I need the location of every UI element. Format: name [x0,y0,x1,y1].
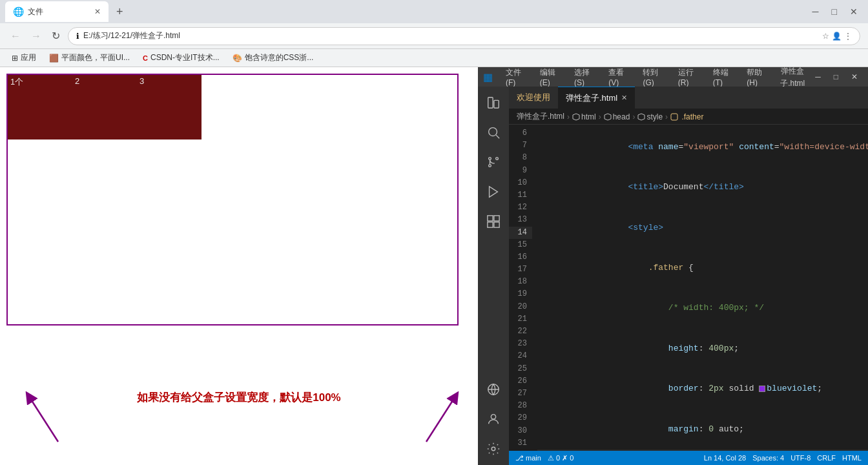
file-tab-active[interactable]: 弹性盒子.html ✕ [558,87,635,108]
debug-icon[interactable] [482,181,504,203]
vscode-editor: 欢迎使用 弹性盒子.html ✕ 弹性盒子.html › html › [509,87,868,465]
tab-close-button[interactable]: ✕ [94,7,101,16]
line-num-15: 15 [509,239,532,251]
breadcrumb-father[interactable]: .father [670,112,703,121]
menu-goto[interactable]: 转到(G) [637,67,671,88]
status-lang[interactable]: HTML [842,454,862,462]
svg-rect-11 [494,222,499,227]
vscode-body: 欢迎使用 弹性盒子.html ✕ 弹性盒子.html › html › [478,87,868,465]
user-profile-button[interactable]: 👤 [832,32,842,41]
welcome-tab[interactable]: 欢迎使用 [509,87,558,108]
vscode-logo-icon: ▦ [483,71,493,83]
line-num-19: 19 [509,288,532,300]
line-num-13: 13 [509,214,532,226]
address-bar: ← → ↻ ℹ E:/练习/12-21/弹性盒子.html ☆ 👤 ⋮ [0,23,868,49]
vscode-menu-bar: 文件(F) 编辑(E) 选择(S) 查看(V) 转到(G) 运行(R) 终端(T… [501,67,775,88]
code-line-14: display: flex; [537,450,868,451]
status-eol[interactable]: CRLF [817,454,836,462]
menu-help[interactable]: 帮助(H) [741,67,775,88]
bookmark-csdn[interactable]: C CSDN-专业IT技术... [139,51,223,65]
search-icon[interactable] [482,121,504,143]
settings-icon[interactable] [482,438,504,460]
browser-chrome: 🌐 文件 ✕ + ─ □ ✕ ← → ↻ ℹ E:/练习/12-21/弹性盒子.… [0,0,868,67]
left-arrow-svg [19,384,71,448]
window-controls: ─ □ ✕ [807,5,863,18]
line-num-8: 8 [509,152,532,164]
code-line-13: margin: 0 auto; [537,409,868,450]
right-arrow-svg [413,384,465,448]
breadcrumb-file[interactable]: 弹性盒子.html [517,111,564,122]
svg-point-13 [491,415,495,419]
code-editor-area[interactable]: 6 7 8 9 10 11 12 13 14 15 16 17 18 19 [509,125,868,451]
svg-point-5 [489,158,491,160]
maximize-button[interactable]: □ [827,5,842,18]
vscode-maximize-button[interactable]: □ [829,71,843,83]
browser-tab-active[interactable]: 🌐 文件 ✕ [5,1,108,22]
url-input-bar[interactable]: ℹ E:/练习/12-21/弹性盒子.html ☆ 👤 ⋮ [68,27,860,45]
line-num-27: 27 [509,388,532,400]
line-num-21: 21 [509,313,532,326]
breadcrumb-html[interactable]: html [572,112,596,121]
breadcrumb-style[interactable]: style [637,112,663,121]
new-tab-button[interactable]: + [111,3,129,21]
close-window-button[interactable]: ✕ [845,5,863,18]
menu-terminal[interactable]: 终端(T) [708,67,741,88]
status-ln-col[interactable]: Ln 14, Col 28 [704,454,746,462]
vscode-titlebar: ▦ 文件(F) 编辑(E) 选择(S) 查看(V) 转到(G) 运行(R) 终端… [478,67,868,87]
code-line-11: height: 400px; [537,329,868,369]
son-label-3: 3 [140,76,144,86]
main-layout: 1个 2 3 [0,67,868,465]
back-button[interactable]: ← [8,29,23,43]
menu-select[interactable]: 选择(S) [569,67,602,88]
line-num-11: 11 [509,189,532,202]
explorer-icon[interactable] [482,92,504,114]
vscode-title-center: 弹性盒子.html [780,67,805,89]
line-num-30: 30 [509,425,532,437]
svg-point-14 [491,447,495,451]
vscode-minimize-button[interactable]: ─ [810,71,826,83]
bookmark-apps[interactable]: ⊞ 应用 [8,51,40,65]
url-display: E:/练习/12-21/弹性盒子.html [83,30,818,41]
extensions-icon[interactable] [482,211,504,232]
svg-marker-17 [638,114,645,120]
vscode-close-button[interactable]: ✕ [846,71,863,83]
line-num-14: 14 [509,227,532,239]
file-tab-close-button[interactable]: ✕ [621,94,627,102]
line-num-17: 17 [509,264,532,276]
browser-preview-panel: 1个 2 3 [0,67,478,465]
bookmark-star-button[interactable]: ☆ [822,32,829,41]
browser-menu-button[interactable]: ⋮ [844,32,852,41]
welcome-tab-label: 欢迎使用 [517,92,550,103]
csdn-icon: C [143,54,148,62]
code-line-12: border: 2px solid blueviolet; [537,369,868,409]
bookmark-csdn-label: CSDN-专业IT技术... [150,52,220,63]
code-content[interactable]: <meta name="viewport" content="width=dev… [532,125,868,451]
css-icon: 🎨 [232,54,242,63]
menu-file[interactable]: 文件(F) [501,67,533,88]
menu-edit[interactable]: 编辑(E) [535,67,568,88]
bookmark-apps-label: 应用 [21,52,36,63]
status-encoding[interactable]: UTF-8 [790,454,811,462]
status-spaces[interactable]: Spaces: 4 [752,454,784,462]
vscode-window-controls: ─ □ ✕ [810,71,863,83]
minimize-button[interactable]: ─ [807,5,824,18]
son-box-3: 3 [137,75,202,140]
reload-button[interactable]: ↻ [49,28,63,43]
tab-favicon-icon: 🌐 [13,6,24,17]
breadcrumb-head[interactable]: head [604,112,630,121]
annotation-label: 如果没有给父盒子设置宽度，默认是100% [137,391,340,404]
forward-button[interactable]: → [28,29,44,43]
status-errors[interactable]: ⚠ 0 ✗ 0 [548,454,574,462]
account-icon[interactable] [482,408,504,430]
vscode-tab-bar: 欢迎使用 弹性盒子.html ✕ [509,87,868,109]
svg-rect-1 [494,100,499,108]
status-branch[interactable]: ⎇ main [515,454,541,462]
menu-run[interactable]: 运行(R) [673,67,707,88]
source-control-icon[interactable] [482,151,504,173]
menu-view[interactable]: 查看(V) [603,67,636,88]
bookmark-flat-colors[interactable]: 🟫 平面颜色，平面UI... [45,51,134,65]
remote-icon[interactable] [482,378,504,400]
svg-marker-15 [573,114,579,120]
line-num-16: 16 [509,251,532,264]
bookmark-css[interactable]: 🎨 饱含诗意的CSS浙... [229,51,318,65]
